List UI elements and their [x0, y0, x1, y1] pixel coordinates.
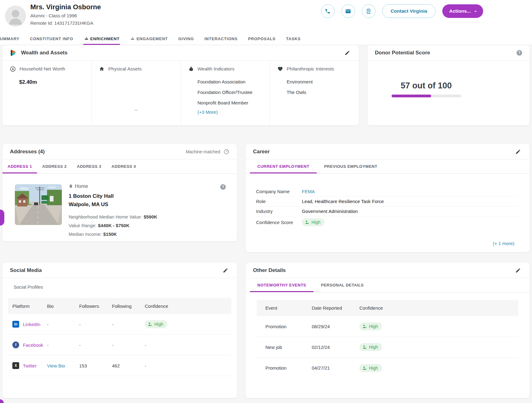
pencil-icon [223, 268, 228, 273]
address-tabs: ADDRESS 1 ADDRESS 2 ADDRESS 3 ADDRESS 4 [2, 159, 237, 174]
card-title: Social Media [10, 267, 42, 274]
wealth-indicators-list: Foundation Association Foundation Office… [198, 77, 262, 108]
card-title: Career [253, 149, 270, 155]
address-type-label: Home [75, 184, 88, 189]
linkedin-link[interactable]: LinkedIn [23, 322, 41, 327]
address-line-1: 1 Boston City Hall [69, 193, 157, 199]
social-table-header: Platform Bio Followers Following Confide… [8, 298, 231, 314]
table-row: New job 02/12/24 High [257, 337, 518, 358]
addresses-card: Addresses (4) Machine-matched ADDRESS 1 … [2, 144, 237, 241]
interests-list: Environment The Owls [287, 77, 351, 98]
actions-button[interactable]: Actions... [442, 4, 483, 18]
indicators-more-link[interactable]: (+3 More) [198, 109, 218, 115]
table-row: f Facebook - - - - [8, 335, 231, 355]
tab-summary[interactable]: UMMARY [0, 33, 19, 45]
address-field: Value Range:$440K - $750K [69, 221, 157, 230]
edit-career-button[interactable] [514, 148, 522, 156]
tab-interactions[interactable]: INTERACTIONS [204, 33, 238, 45]
page-title: Mrs. Virginia Osborne [30, 3, 101, 11]
table-row: Confidence Score High [256, 216, 519, 228]
card-title: Other Details [253, 267, 286, 274]
tab-personal-details[interactable]: PERSONAL DETAILS [314, 278, 371, 292]
tab-address-4[interactable]: ADDRESS 4 [106, 159, 141, 173]
other-details-card: Other Details NOTEWORTHY EVENTS PERSONAL… [246, 263, 530, 398]
windfall-logo-icon [10, 49, 17, 56]
pencil-icon [345, 50, 350, 56]
donor-score-fill [392, 95, 431, 97]
actions-button-label: Actions... [449, 8, 471, 14]
address-line-2: Walpole, MA US [69, 202, 157, 208]
tab-proposals[interactable]: PROPOSALS [248, 33, 276, 45]
avatar [5, 6, 26, 27]
profile-header: Mrs. Virginia Osborne Alumni - Class of … [0, 0, 532, 33]
table-row: X Twitter View Bio 153 462 - [8, 355, 231, 376]
person-check-icon [363, 366, 367, 370]
phone-button[interactable] [321, 4, 335, 18]
tab-noteworthy-events[interactable]: NOTEWORTHY EVENTS [250, 278, 314, 292]
location-pin-icon [69, 184, 73, 189]
tab-giving[interactable]: GIVING [178, 33, 194, 45]
house-icon [99, 66, 105, 72]
confidence-badge: High [302, 218, 324, 226]
edit-social-button[interactable] [221, 266, 230, 274]
edit-wealth-button[interactable] [343, 49, 351, 57]
table-row: in LinkedIn - - - High [8, 314, 231, 335]
list-item: Nonprofit Board Member [198, 98, 262, 108]
section-heading: Household Net Worth [19, 66, 65, 72]
tab-constituent-info[interactable]: CONSTITUENT INFO [30, 33, 73, 45]
person-check-icon [305, 220, 309, 224]
notes-button[interactable] [362, 4, 375, 18]
linkedin-icon: in [12, 321, 19, 328]
confidence-badge: High [145, 320, 167, 328]
table-row: Role Lead, Healthcare Resilience Task Fo… [256, 197, 519, 206]
tab-address-3[interactable]: ADDRESS 3 [72, 159, 106, 173]
tab-engagement[interactable]: ENGAGEMENT [130, 33, 168, 45]
tab-address-1[interactable]: ADDRESS 1 [2, 159, 37, 173]
list-item: Environment [287, 77, 351, 87]
tab-current-employment[interactable]: CURRENT EMPLOYMENT [250, 159, 317, 173]
heart-icon [277, 66, 283, 72]
edit-other-details-button[interactable] [514, 266, 522, 274]
side-widget-tab[interactable] [0, 399, 4, 403]
tab-tasks[interactable]: TASKS [286, 33, 301, 45]
pencil-icon [515, 149, 521, 155]
wealth-and-assets-card: Wealth and Assets $ Household Net Worth … [2, 45, 359, 125]
primary-nav: UMMARY CONSTITUENT INFO ENRICHMENT ENGAG… [0, 33, 532, 45]
other-details-tabs: NOTEWORTHY EVENTS PERSONAL DETAILS [246, 278, 530, 292]
street-view-image [15, 184, 62, 225]
career-more-link[interactable]: (+ 1 more) [493, 241, 514, 246]
address-field: Median Income:$150K [69, 230, 157, 239]
tab-address-2[interactable]: ADDRESS 2 [37, 159, 72, 173]
events-table-body: Promotion 08/29/24 High New job 02/12/2 [257, 316, 518, 378]
help-icon[interactable]: ? [220, 184, 226, 190]
help-icon[interactable]: ? [517, 50, 522, 56]
header-actions: Contact Virginia Actions... [321, 4, 483, 18]
tab-previous-employment[interactable]: PREVIOUS EMPLOYMENT [317, 159, 385, 173]
email-button[interactable] [341, 4, 355, 18]
svg-text:$: $ [12, 67, 14, 70]
card-title: Addresses (4) [10, 149, 45, 155]
contact-button[interactable]: Contact Virginia [382, 4, 436, 18]
person-check-icon [148, 322, 152, 326]
company-link[interactable]: FEMA [302, 189, 519, 194]
money-bag-icon [188, 66, 194, 72]
list-item: Foundation Association [198, 77, 262, 87]
confidence-badge: High [359, 322, 382, 330]
person-check-icon [363, 345, 367, 349]
facebook-icon: f [12, 341, 19, 348]
view-bio-link[interactable]: View Bio [47, 363, 79, 368]
constituent-subtitle: Alumni - Class of 1996 [30, 13, 77, 18]
document-icon [366, 8, 371, 14]
section-heading: Wealth Indicators [198, 66, 234, 72]
social-table-body: in LinkedIn - - - High [8, 314, 231, 376]
tab-enrichment[interactable]: ENRICHMENT [84, 33, 120, 45]
twitter-link[interactable]: Twitter [23, 363, 36, 368]
street-view-photo[interactable] [15, 184, 62, 225]
facebook-link[interactable]: Facebook [23, 342, 43, 348]
dollar-circle-icon: $ [10, 66, 16, 72]
employment-table: Company Name FEMA Role Lead, Healthcare … [246, 187, 530, 228]
chevron-down-icon [474, 9, 478, 13]
side-widget-tab[interactable] [0, 210, 4, 226]
email-icon [345, 8, 351, 14]
table-row: Industry Government Administration [256, 206, 519, 216]
